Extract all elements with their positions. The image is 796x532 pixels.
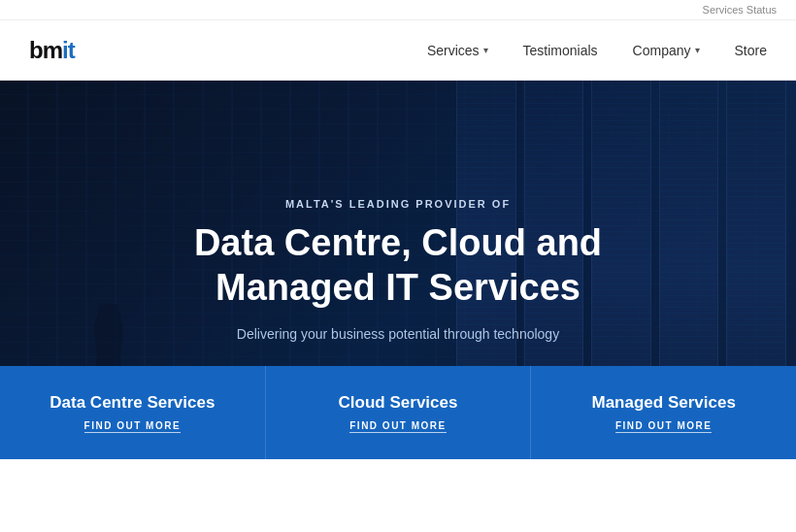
hero-title-line2: Managed IT Services: [216, 267, 580, 308]
hero-content: MALTA'S LEADING PROVIDER OF Data Centre,…: [155, 198, 641, 341]
main-nav: Services ▾ Testimonials Company ▾ Store: [427, 43, 767, 58]
card-managed-title: Managed Services: [592, 393, 736, 413]
services-chevron-icon: ▾: [483, 45, 488, 55]
card-managed-link[interactable]: FIND OUT MORE: [615, 420, 713, 433]
hero-description: Delivering your business potential throu…: [194, 326, 602, 342]
nav-company[interactable]: Company ▾: [633, 43, 700, 58]
nav-company-label: Company: [633, 43, 691, 58]
card-cloud-link[interactable]: FIND OUT MORE: [349, 420, 447, 433]
logo-it: it: [62, 37, 75, 63]
hero-title: Data Centre, Cloud and Managed IT Servic…: [194, 221, 602, 310]
nav-store[interactable]: Store: [735, 43, 767, 58]
logo[interactable]: bmit: [29, 37, 75, 64]
nav-services[interactable]: Services ▾: [427, 43, 488, 58]
card-data-centre-link[interactable]: FIND OUT MORE: [84, 420, 182, 433]
logo-bm: bm: [29, 37, 62, 63]
card-cloud[interactable]: Cloud Services FIND OUT MORE: [266, 366, 532, 459]
card-managed[interactable]: Managed Services FIND OUT MORE: [531, 366, 796, 459]
services-status-link[interactable]: Services Status: [703, 4, 777, 16]
header: bmit Services ▾ Testimonials Company ▾ S…: [0, 20, 796, 81]
hero-subtitle: MALTA'S LEADING PROVIDER OF: [194, 198, 602, 210]
nav-testimonials[interactable]: Testimonials: [523, 43, 598, 58]
hero-title-line1: Data Centre, Cloud and: [194, 222, 602, 263]
service-cards: Data Centre Services FIND OUT MORE Cloud…: [0, 366, 796, 459]
status-bar: Services Status: [0, 0, 796, 20]
card-cloud-title: Cloud Services: [339, 393, 458, 413]
card-data-centre[interactable]: Data Centre Services FIND OUT MORE: [0, 366, 266, 459]
nav-services-label: Services: [427, 43, 480, 58]
hero-section: MALTA'S LEADING PROVIDER OF Data Centre,…: [0, 81, 796, 459]
company-chevron-icon: ▾: [695, 45, 700, 55]
card-data-centre-title: Data Centre Services: [50, 393, 215, 413]
